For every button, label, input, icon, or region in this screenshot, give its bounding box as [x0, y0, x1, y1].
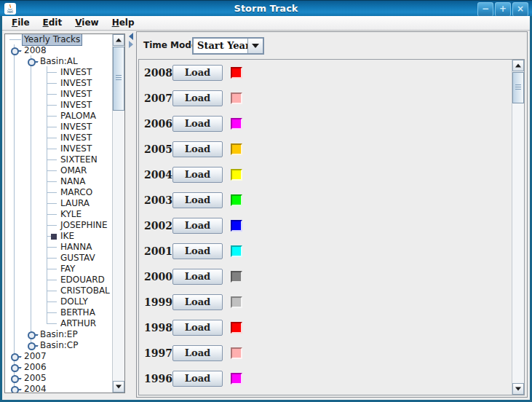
load-button[interactable]: Load	[172, 167, 223, 183]
load-button[interactable]: Load	[172, 320, 223, 336]
tree-item[interactable]: CRISTOBAL	[5, 285, 112, 296]
scroll-down-button[interactable]	[113, 381, 124, 393]
color-swatch	[231, 347, 242, 359]
tree-toggle-icon[interactable]	[11, 364, 19, 372]
tree-item[interactable]: 2005	[5, 373, 112, 384]
close-button[interactable]: ×	[512, 2, 528, 16]
tree-item-label: GUSTAV	[60, 253, 95, 264]
tree-item[interactable]: GUSTAV	[5, 253, 112, 264]
tree-item-label: HANNA	[60, 242, 92, 253]
tree-item-label: Basin:CP	[40, 340, 78, 351]
tree-item[interactable]: INVEST	[5, 122, 112, 133]
color-swatch	[231, 169, 242, 181]
load-button[interactable]: Load	[172, 345, 223, 361]
tree-item[interactable]: Basin:EP	[5, 329, 112, 340]
scroll-down-icon	[116, 385, 122, 389]
tree-item[interactable]: FAY	[5, 264, 112, 275]
menu-item[interactable]: View	[68, 16, 105, 30]
load-button[interactable]: Load	[172, 141, 223, 157]
tree-item[interactable]: EDOUARD	[5, 275, 112, 285]
tree-toggle-icon[interactable]	[28, 342, 36, 350]
collapse-right-icon[interactable]	[129, 41, 133, 48]
load-button[interactable]: Load	[172, 243, 223, 259]
tree-item[interactable]: 2007	[5, 351, 112, 362]
tree-scrollbar[interactable]	[112, 34, 124, 393]
scroll-up-icon	[515, 64, 521, 68]
tree-item-label: INVEST	[60, 67, 92, 78]
tree-item[interactable]: OMAR	[5, 165, 112, 176]
year-row: 1998 Load	[139, 315, 524, 340]
tree-item[interactable]: 2006	[5, 362, 112, 373]
tree-item[interactable]: IKE	[5, 231, 112, 242]
scroll-up-button[interactable]	[113, 34, 124, 46]
load-button[interactable]: Load	[172, 294, 223, 310]
tree-item[interactable]: MARCO	[5, 187, 112, 198]
load-button[interactable]: Load	[172, 371, 223, 387]
load-button[interactable]: Load	[172, 269, 223, 285]
color-swatch	[231, 118, 242, 130]
storm-tree: Yearly Tracks 2008 Basin:AL INVEST INVES…	[5, 34, 112, 393]
year-label: 2007	[144, 92, 173, 104]
load-button[interactable]: Load	[172, 192, 223, 208]
year-scrollbar-thumb[interactable]	[512, 72, 524, 103]
tree-item[interactable]: HANNA	[5, 242, 112, 253]
collapse-left-icon[interactable]	[129, 33, 133, 40]
tree-toggle-icon[interactable]	[11, 47, 19, 55]
tree-item[interactable]: PALOMA	[5, 111, 112, 122]
combo-dropdown-button[interactable]	[247, 39, 263, 53]
minimize-button[interactable]: −	[477, 2, 493, 16]
tree-item[interactable]: DOLLY	[5, 296, 112, 307]
tree-item[interactable]: INVEST	[5, 100, 112, 111]
tree-toggle-icon[interactable]	[28, 331, 36, 339]
tree-item[interactable]: NANA	[5, 176, 112, 187]
tree-toggle-icon[interactable]	[11, 375, 19, 383]
tree-connector-stub	[9, 39, 21, 40]
scroll-up-button[interactable]	[512, 60, 524, 71]
leaf-icon	[51, 234, 57, 240]
tree-item-label: KYLE	[60, 209, 82, 220]
tree-item[interactable]: Basin:CP	[5, 340, 112, 351]
year-label: 2004	[144, 169, 173, 181]
load-button[interactable]: Load	[172, 116, 223, 132]
chevron-down-icon	[252, 44, 259, 48]
tree-item[interactable]: 2008	[5, 45, 112, 56]
color-swatch	[231, 143, 242, 155]
title-bar[interactable]: Storm Track − + ×	[0, 0, 532, 16]
tree-toggle-icon[interactable]	[11, 353, 19, 361]
tree-item[interactable]: KYLE	[5, 209, 112, 220]
tree-item[interactable]: INVEST	[5, 143, 112, 154]
tree-item-label: 2005	[24, 373, 47, 384]
tree-item[interactable]: 2004	[5, 384, 112, 393]
scroll-down-button[interactable]	[512, 383, 524, 395]
tree-toggle-icon[interactable]	[28, 58, 36, 66]
tree-item[interactable]: Yearly Tracks	[5, 34, 112, 45]
load-button[interactable]: Load	[172, 218, 223, 234]
load-button[interactable]: Load	[172, 65, 223, 81]
tree-connector-stub	[47, 203, 57, 204]
year-row: 2007 Load	[139, 85, 524, 111]
menu-item[interactable]: File	[5, 16, 36, 30]
tree-item[interactable]: Basin:AL	[5, 56, 112, 67]
tree-item[interactable]: JOSEPHINE	[5, 220, 112, 231]
load-button[interactable]: Load	[172, 90, 223, 106]
menu-item[interactable]: Edit	[36, 16, 69, 30]
tree-panel: Yearly Tracks 2008 Basin:AL INVEST INVES…	[4, 34, 125, 393]
tree-connector-stub	[47, 127, 57, 127]
tree-item[interactable]: ARTHUR	[5, 318, 112, 329]
tree-item[interactable]: INVEST	[5, 89, 112, 100]
time-mode-select[interactable]: Start Year	[192, 37, 264, 55]
split-divider[interactable]	[126, 31, 136, 400]
tree-item[interactable]: INVEST	[5, 67, 112, 78]
year-list-scrollbar[interactable]	[512, 60, 524, 395]
maximize-button[interactable]: +	[495, 2, 511, 16]
tree-item[interactable]: INVEST	[5, 133, 112, 143]
tree-item[interactable]: LAURA	[5, 198, 112, 209]
tree-item[interactable]: SIXTEEN	[5, 154, 112, 165]
tree-toggle-icon[interactable]	[11, 386, 19, 393]
tree-item-label: PALOMA	[60, 111, 96, 122]
tree-item[interactable]: INVEST	[5, 78, 112, 89]
tree-item[interactable]: BERTHA	[5, 307, 112, 318]
tree-scrollbar-thumb[interactable]	[113, 47, 124, 111]
menu-item[interactable]: Help	[106, 16, 141, 30]
year-label: 1998	[144, 322, 173, 334]
